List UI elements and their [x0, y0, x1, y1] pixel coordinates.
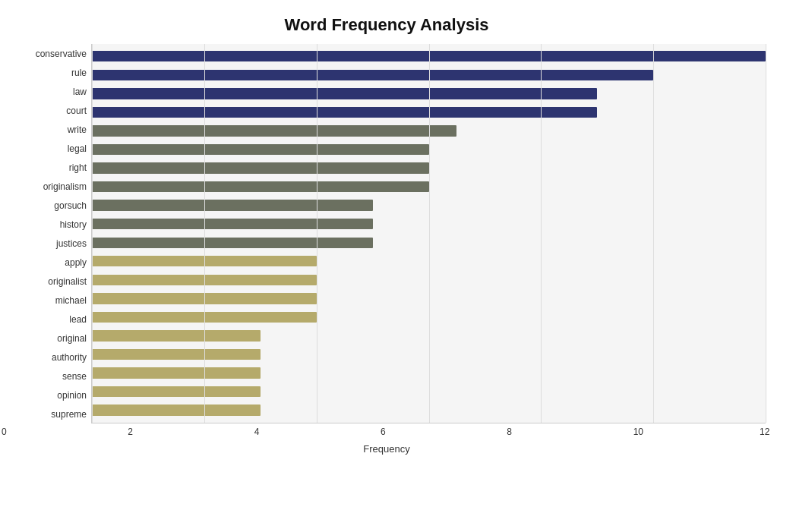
grid-line — [766, 44, 766, 423]
y-label: legal — [8, 144, 87, 153]
bar — [92, 330, 261, 341]
x-axis-title: Frequency — [8, 443, 766, 455]
bar — [92, 88, 597, 99]
x-tick-label: 10 — [633, 427, 643, 437]
bar — [92, 144, 429, 155]
bar — [92, 386, 261, 397]
bar — [92, 200, 373, 210]
bar — [92, 219, 373, 229]
y-label: opinion — [8, 391, 87, 400]
y-label: justices — [8, 239, 87, 248]
x-tick-label: 4 — [254, 427, 260, 437]
x-axis-labels: 024681012 — [8, 427, 766, 442]
chart-area: conservativerulelawcourtwritelegalrighto… — [8, 44, 766, 455]
x-tick-label: 2 — [128, 427, 133, 437]
y-label: michael — [8, 296, 87, 305]
grid-line — [204, 44, 205, 423]
grid-line — [653, 44, 654, 423]
y-label: write — [8, 125, 87, 134]
y-label: rule — [8, 68, 87, 77]
chart-container: Word Frequency Analysis conservativerule… — [0, 0, 796, 532]
y-label: authority — [8, 353, 87, 362]
chart-title: Word Frequency Analysis — [8, 15, 766, 35]
y-label: law — [8, 87, 87, 96]
bar — [92, 405, 261, 415]
y-label: sense — [8, 372, 87, 381]
x-tick-label: 0 — [2, 427, 7, 437]
bar — [92, 162, 429, 173]
y-label: supreme — [8, 410, 87, 419]
y-label: conservative — [8, 49, 87, 58]
bar — [92, 349, 261, 360]
x-tick-label: 12 — [760, 427, 769, 437]
bar — [92, 107, 597, 118]
y-label: apply — [8, 258, 87, 267]
y-labels: conservativerulelawcourtwritelegalrighto… — [8, 44, 91, 423]
y-label: originalism — [8, 182, 87, 191]
bar — [92, 70, 653, 80]
x-tick-label: 8 — [507, 427, 512, 437]
y-label: gorsuch — [8, 201, 87, 210]
y-label: lead — [8, 315, 87, 324]
y-label: original — [8, 334, 87, 343]
grid-line — [429, 44, 430, 423]
bar — [92, 125, 456, 136]
bar — [92, 367, 261, 378]
y-label: court — [8, 106, 87, 115]
grid-line — [317, 44, 317, 423]
grid-line — [541, 44, 542, 423]
y-label: history — [8, 220, 87, 229]
y-label: originalist — [8, 277, 87, 286]
bars-and-grid — [91, 44, 766, 423]
bar — [92, 238, 373, 248]
x-tick-label: 6 — [381, 427, 386, 437]
y-label: right — [8, 163, 87, 172]
bars-section: conservativerulelawcourtwritelegalrighto… — [8, 44, 766, 423]
bar — [92, 181, 429, 192]
grid-line — [92, 44, 93, 423]
